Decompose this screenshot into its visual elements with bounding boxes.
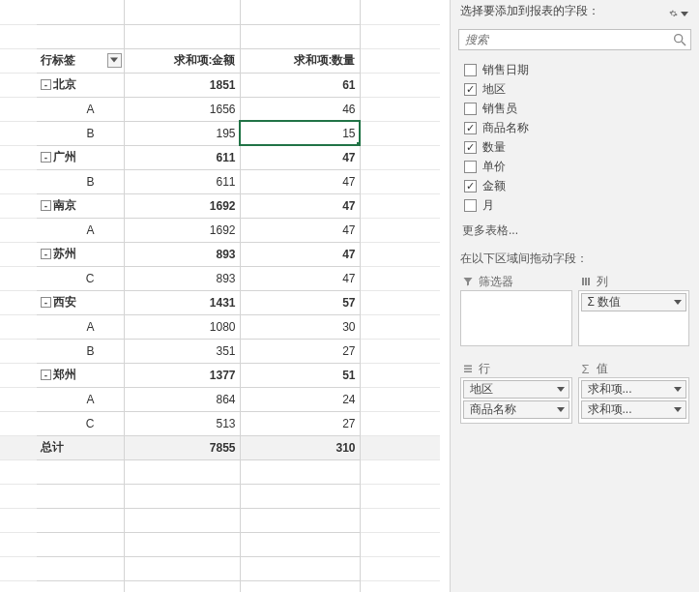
grand-total-qty[interactable]: 310 [240, 435, 360, 459]
empty-cell[interactable] [37, 508, 124, 532]
sub-amount[interactable]: 1692 [124, 218, 240, 242]
city-amount[interactable]: 893 [124, 242, 240, 266]
field-item[interactable]: 单价 [464, 157, 689, 176]
header-amount[interactable]: 求和项:金额 [124, 48, 240, 73]
field-item[interactable]: 数量 [464, 137, 689, 157]
empty-cell[interactable] [37, 580, 124, 592]
city-qty[interactable]: 47 [240, 242, 360, 266]
header-qty[interactable]: 求和项:数量 [240, 48, 360, 73]
empty-cell[interactable] [37, 556, 124, 580]
empty-cell[interactable] [240, 532, 360, 556]
grand-total-label[interactable]: 总计 [37, 435, 124, 459]
field-checkbox[interactable] [464, 180, 477, 192]
selection-handle[interactable] [357, 142, 361, 146]
empty-cell[interactable] [37, 0, 124, 24]
empty-cell[interactable] [37, 532, 124, 556]
zone-chip[interactable]: 商品名称 [463, 400, 569, 419]
city-qty[interactable]: 47 [240, 193, 360, 218]
sub-label[interactable]: C [37, 411, 124, 435]
field-checkbox[interactable] [464, 103, 477, 115]
empty-cell[interactable] [240, 508, 360, 532]
field-item[interactable]: 销售员 [464, 99, 689, 118]
empty-cell[interactable] [37, 459, 124, 484]
collapse-toggle[interactable]: - [41, 152, 51, 163]
zone-chip[interactable]: 地区 [463, 380, 569, 399]
city-qty[interactable]: 57 [240, 290, 360, 314]
field-item[interactable]: 地区 [464, 79, 689, 99]
city-label[interactable]: -南京 [37, 193, 124, 218]
city-label[interactable]: -郑州 [37, 363, 124, 387]
sub-label[interactable]: A [37, 387, 124, 411]
collapse-toggle[interactable]: - [41, 79, 51, 90]
empty-cell[interactable] [124, 508, 240, 532]
city-amount[interactable]: 1431 [124, 290, 240, 314]
sub-amount[interactable]: 351 [124, 339, 240, 363]
sub-qty[interactable]: 27 [240, 339, 360, 363]
city-label[interactable]: -苏州 [37, 242, 124, 266]
collapse-toggle[interactable]: - [41, 370, 51, 380]
sub-label[interactable]: A [37, 97, 124, 121]
empty-cell[interactable] [124, 459, 240, 484]
sub-qty[interactable]: 30 [240, 314, 360, 339]
empty-cell[interactable] [37, 484, 124, 508]
field-checkbox[interactable] [464, 83, 477, 96]
city-label[interactable]: -广州 [37, 145, 124, 169]
sub-amount[interactable]: 611 [124, 169, 240, 193]
sub-qty[interactable]: 47 [240, 266, 360, 290]
row-labels-dropdown[interactable] [107, 53, 122, 68]
city-amount[interactable]: 1851 [124, 73, 240, 97]
field-checkbox[interactable] [464, 161, 477, 173]
sub-label[interactable]: C [37, 266, 124, 290]
sub-label[interactable]: A [37, 218, 124, 242]
field-checkbox[interactable] [464, 64, 477, 76]
zone-columns[interactable]: Σ 数值 [578, 290, 690, 346]
field-checkbox[interactable] [464, 199, 477, 212]
empty-cell[interactable] [124, 532, 240, 556]
zone-values[interactable]: 求和项...求和项... [578, 377, 690, 424]
sub-qty[interactable]: 47 [240, 169, 360, 193]
empty-cell[interactable] [124, 580, 240, 592]
zone-chip[interactable]: 求和项... [581, 400, 687, 419]
zone-chip[interactable]: 求和项... [581, 380, 687, 399]
sub-label[interactable]: B [37, 169, 124, 193]
city-label[interactable]: -北京 [37, 73, 124, 97]
empty-cell[interactable] [240, 556, 360, 580]
field-checkbox[interactable] [464, 141, 477, 154]
zone-rows[interactable]: 地区商品名称 [460, 377, 572, 424]
sub-amount[interactable]: 893 [124, 266, 240, 290]
sub-label[interactable]: A [37, 314, 124, 339]
field-item[interactable]: 商品名称 [464, 118, 689, 137]
field-item[interactable]: 销售日期 [464, 60, 689, 79]
empty-cell[interactable] [240, 0, 360, 24]
more-tables-link[interactable]: 更多表格... [451, 215, 699, 239]
sub-label[interactable]: B [37, 121, 124, 145]
header-row-labels[interactable]: 行标签 [37, 48, 124, 73]
sub-amount[interactable]: 195 [124, 121, 240, 145]
sub-amount[interactable]: 513 [124, 411, 240, 435]
sub-qty[interactable]: 24 [240, 387, 360, 411]
empty-cell[interactable] [240, 484, 360, 508]
sub-amount[interactable]: 864 [124, 387, 240, 411]
empty-cell[interactable] [240, 580, 360, 592]
collapse-toggle[interactable]: - [41, 249, 51, 259]
grand-total-amount[interactable]: 7855 [124, 435, 240, 459]
city-qty[interactable]: 47 [240, 145, 360, 169]
collapse-toggle[interactable]: - [41, 200, 51, 211]
empty-cell[interactable] [124, 556, 240, 580]
empty-cell[interactable] [240, 24, 360, 48]
city-amount[interactable]: 1692 [124, 193, 240, 218]
city-amount[interactable]: 1377 [124, 363, 240, 387]
city-qty[interactable]: 61 [240, 73, 360, 97]
sub-amount[interactable]: 1080 [124, 314, 240, 339]
empty-cell[interactable] [124, 0, 240, 24]
zone-chip[interactable]: Σ 数值 [581, 293, 687, 311]
field-item[interactable]: 金额 [464, 176, 689, 195]
sub-label[interactable]: B [37, 339, 124, 363]
zone-filter[interactable] [460, 290, 572, 346]
empty-cell[interactable] [124, 24, 240, 48]
field-item[interactable]: 月 [464, 195, 689, 215]
sub-qty[interactable]: 27 [240, 411, 360, 435]
pane-settings-button[interactable] [668, 4, 689, 23]
pivot-table[interactable]: 行标签求和项:金额求和项:数量-北京185161A165646B19515-广州… [0, 0, 440, 592]
sub-qty[interactable]: 47 [240, 218, 360, 242]
